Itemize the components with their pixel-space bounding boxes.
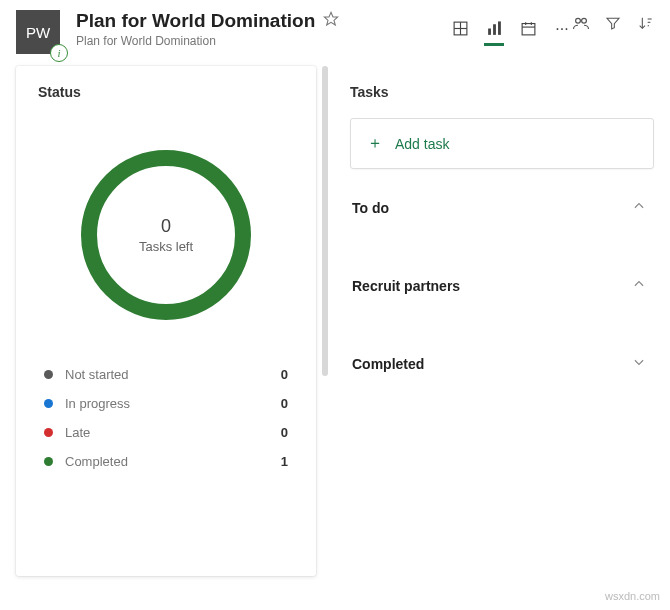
add-task-button[interactable]: ＋ Add task (350, 118, 654, 169)
plan-title: Plan for World Domination (76, 10, 315, 32)
legend-label: Late (65, 425, 281, 440)
svg-point-11 (576, 18, 581, 23)
filter-icon[interactable] (604, 14, 622, 32)
swatch-late (44, 428, 53, 437)
chevron-down-icon (632, 355, 646, 373)
legend-value: 0 (281, 425, 288, 440)
info-icon[interactable]: i (50, 44, 68, 62)
content-area: Status 0 Tasks left Not started 0 In pro… (0, 66, 670, 604)
legend-label: Not started (65, 367, 281, 382)
more-views-icon[interactable]: ··· (552, 14, 572, 46)
favorite-star-icon[interactable] (323, 11, 339, 31)
tasks-panel: Tasks ＋ Add task To do Recruit partners … (334, 66, 654, 604)
tasks-title: Tasks (350, 84, 654, 100)
legend-label: In progress (65, 396, 281, 411)
sort-icon[interactable] (636, 14, 654, 32)
chart-view-icon[interactable] (484, 14, 504, 46)
bucket-todo[interactable]: To do (350, 169, 654, 247)
title-block: Plan for World Domination Plan for World… (76, 10, 430, 48)
watermark: wsxdn.com (605, 590, 660, 602)
swatch-in-progress (44, 399, 53, 408)
svg-rect-7 (522, 24, 535, 35)
avatar-initials: PW (26, 24, 50, 41)
board-view-icon[interactable] (450, 14, 470, 46)
plan-subtitle: Plan for World Domination (76, 34, 430, 48)
scrollbar[interactable] (322, 66, 328, 376)
swatch-completed (44, 457, 53, 466)
view-toolbar: ··· (450, 14, 572, 46)
svg-point-12 (582, 18, 587, 23)
svg-marker-0 (325, 12, 338, 25)
add-task-label: Add task (395, 136, 449, 152)
bucket-label: Recruit partners (352, 278, 460, 294)
scroll-gutter (316, 66, 334, 604)
svg-rect-4 (488, 29, 491, 35)
bucket-label: To do (352, 200, 389, 216)
legend-value: 0 (281, 367, 288, 382)
legend-row: Completed 1 (44, 447, 288, 476)
bucket-recruit[interactable]: Recruit partners (350, 247, 654, 325)
legend-row: Late 0 (44, 418, 288, 447)
plan-avatar[interactable]: PW i (16, 10, 60, 54)
svg-rect-5 (493, 24, 496, 35)
page-header: PW i Plan for World Domination Plan for … (0, 0, 670, 66)
donut-ring: 0 Tasks left (81, 150, 251, 320)
chevron-up-icon (632, 277, 646, 295)
donut-chart: 0 Tasks left (16, 110, 316, 350)
bucket-label: Completed (352, 356, 424, 372)
legend-value: 1 (281, 454, 288, 469)
legend-label: Completed (65, 454, 281, 469)
status-card: Status 0 Tasks left Not started 0 In pro… (16, 66, 316, 576)
status-title: Status (16, 84, 316, 110)
schedule-view-icon[interactable] (518, 14, 538, 46)
tasks-left-label: Tasks left (139, 239, 193, 254)
status-legend: Not started 0 In progress 0 Late 0 Compl… (16, 350, 316, 476)
legend-row: Not started 0 (44, 360, 288, 389)
tasks-left-value: 0 (161, 216, 171, 237)
svg-rect-6 (498, 21, 501, 34)
members-icon[interactable] (572, 14, 590, 32)
legend-value: 0 (281, 396, 288, 411)
chevron-up-icon (632, 199, 646, 217)
bucket-completed[interactable]: Completed (350, 325, 654, 403)
toolbar-right (572, 14, 654, 32)
plus-icon: ＋ (367, 133, 383, 154)
swatch-not-started (44, 370, 53, 379)
legend-row: In progress 0 (44, 389, 288, 418)
